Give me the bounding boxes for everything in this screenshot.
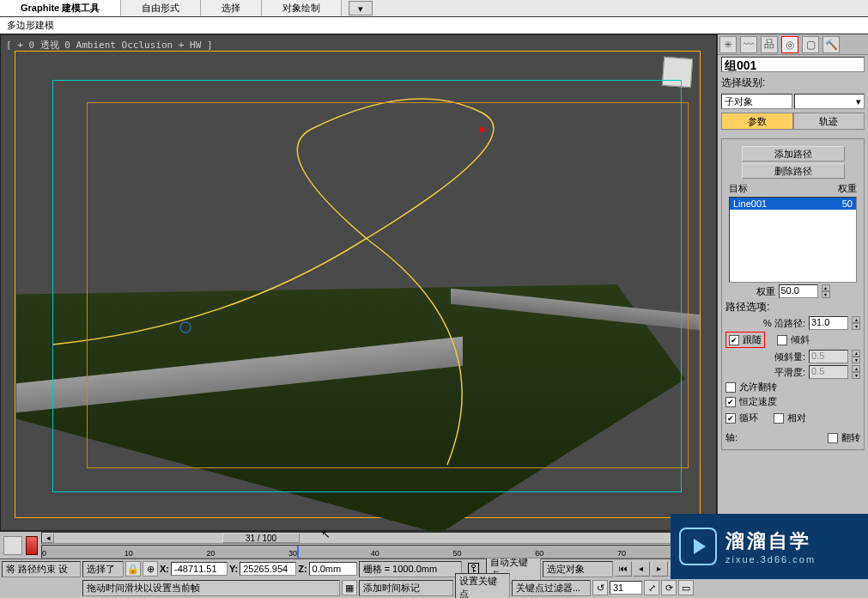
weight-spinner[interactable]: 50.0 bbox=[779, 284, 818, 298]
ribbon-dropdown[interactable]: ▾ bbox=[349, 1, 373, 15]
list-item-weight: 50 bbox=[842, 198, 853, 209]
x-field[interactable]: -48711.51 bbox=[171, 562, 228, 576]
bottom-left-msg: 将 路径约束 设 bbox=[2, 561, 81, 577]
hierarchy-panel-icon[interactable]: 品 bbox=[761, 36, 778, 53]
command-panel: ✳ 〰 品 ◎ ▢ 🔨 组001 选择级别: 子对象 ▾ 参数 轨迹 添加路径 … bbox=[717, 34, 868, 531]
setkey-button[interactable]: 设置关键点 bbox=[455, 573, 510, 598]
target-header: 目标 bbox=[729, 182, 838, 195]
chevron-down-icon: ▾ bbox=[856, 96, 861, 107]
subobj-button[interactable]: 子对象 bbox=[721, 94, 792, 109]
ruler-tick: 10 bbox=[124, 549, 133, 558]
x-label: X: bbox=[160, 564, 169, 574]
const-speed-label: 恒定速度 bbox=[739, 395, 777, 408]
grid-readout: 栅格 = 1000.0mm bbox=[359, 561, 462, 577]
subobj-combo[interactable]: ▾ bbox=[794, 94, 865, 109]
utilities-panel-icon[interactable]: 🔨 bbox=[822, 36, 840, 53]
ruler-tick: 70 bbox=[617, 549, 626, 558]
transport-start[interactable]: ⏮ bbox=[615, 561, 632, 577]
smooth-label: 平滑度: bbox=[774, 366, 805, 379]
list-item[interactable]: Line001 50 bbox=[730, 198, 856, 210]
lock-icon[interactable]: 🔒 bbox=[125, 561, 141, 577]
along-path-spin-buttons[interactable]: ▴▾ bbox=[852, 316, 860, 330]
follow-label: 跟随 bbox=[743, 333, 762, 346]
tab-track[interactable]: 轨迹 bbox=[793, 113, 865, 130]
nav-icon-5[interactable]: ▭ bbox=[678, 580, 694, 595]
time-config-icon[interactable] bbox=[3, 536, 22, 555]
z-label: Z: bbox=[298, 564, 307, 574]
time-slider-left[interactable]: ◂ bbox=[42, 533, 54, 543]
nav-icon-3[interactable]: ⤢ bbox=[644, 580, 659, 595]
modify-panel-icon[interactable]: 〰 bbox=[740, 36, 757, 53]
tab-objectpaint[interactable]: 对象绘制 bbox=[262, 0, 342, 16]
smooth-spin-buttons: ▴▾ bbox=[852, 365, 860, 379]
allow-flip-label: 允许翻转 bbox=[739, 381, 777, 394]
tab-select[interactable]: 选择 bbox=[201, 0, 262, 16]
ruler-tick: 40 bbox=[371, 549, 379, 558]
ruler-tick: 60 bbox=[535, 549, 543, 558]
viewport[interactable]: [ + 0 透视 0 Ambient Occlusion + HW ] bbox=[0, 34, 717, 531]
delete-path-button[interactable]: 删除路径 bbox=[742, 163, 845, 179]
object-name-field[interactable]: 组001 bbox=[721, 57, 865, 72]
path-options-label: 路径选项: bbox=[725, 300, 860, 314]
tilt-checkbox[interactable] bbox=[777, 335, 787, 345]
flip-checkbox[interactable] bbox=[828, 433, 838, 443]
watermark-logo: 溜溜自学 zixue.3d66.com bbox=[671, 514, 868, 579]
display-panel-icon[interactable]: ▢ bbox=[802, 36, 819, 53]
cursor-icon: ↖ bbox=[321, 528, 331, 540]
create-panel-icon[interactable]: ✳ bbox=[719, 36, 737, 53]
selection-count: 选择了 bbox=[82, 561, 124, 577]
coord-toggle-icon[interactable]: ⊕ bbox=[143, 561, 158, 577]
y-field[interactable]: 25265.954 bbox=[240, 562, 296, 576]
ribbon-tabs: Graphite 建模工具 自由形式 选择 对象绘制 ▾ bbox=[0, 0, 868, 17]
ruler-tick: 20 bbox=[206, 549, 215, 558]
along-path-spinner[interactable]: 31.0 bbox=[809, 316, 848, 330]
axis-label: 轴: bbox=[725, 431, 737, 444]
tab-params[interactable]: 参数 bbox=[721, 113, 793, 130]
ruler-tick: 0 bbox=[42, 549, 46, 558]
add-path-button[interactable]: 添加路径 bbox=[742, 146, 845, 162]
allow-flip-checkbox[interactable] bbox=[725, 382, 736, 393]
ruler-tick: 30 bbox=[288, 549, 297, 558]
time-slider-thumb[interactable]: 31 / 100 bbox=[222, 533, 300, 543]
z-field[interactable]: 0.0mm bbox=[309, 562, 357, 576]
tilt-label: 倾斜 bbox=[791, 333, 810, 346]
list-item-name: Line001 bbox=[733, 198, 842, 209]
relative-checkbox[interactable] bbox=[774, 413, 784, 424]
selected-obj-combo[interactable]: 选定对象 bbox=[543, 561, 613, 577]
tilt-amount-spinner: 0.5 bbox=[809, 350, 848, 363]
time-tag-icon[interactable]: ▦ bbox=[342, 580, 357, 595]
weight-header: 权重 bbox=[838, 182, 857, 195]
transport-prev[interactable]: ◂ bbox=[633, 561, 650, 577]
nav-icon-4[interactable]: ⟳ bbox=[661, 580, 677, 595]
key-filter-button[interactable]: 关键点过滤器... bbox=[512, 580, 591, 596]
loop-checkbox[interactable]: ✔ bbox=[725, 413, 736, 424]
motion-panel-icon[interactable]: ◎ bbox=[781, 36, 798, 53]
play-logo-icon bbox=[679, 528, 717, 565]
logo-en: zixue.3d66.com bbox=[725, 554, 816, 564]
hint-text: 拖动时间滑块以设置当前帧 bbox=[82, 580, 340, 596]
along-path-label: % 沿路径: bbox=[763, 317, 805, 330]
ruler-tick: 50 bbox=[453, 549, 462, 558]
select-level-label: 选择级别: bbox=[721, 76, 865, 90]
transport-play[interactable]: ▸ bbox=[651, 561, 668, 577]
add-time-marker[interactable]: 添加时间标记 bbox=[359, 580, 453, 596]
tab-graphite[interactable]: Graphite 建模工具 bbox=[0, 0, 121, 16]
target-listbox[interactable]: Line001 50 bbox=[729, 197, 857, 283]
follow-checkbox-highlight: ✔ 跟随 bbox=[725, 332, 765, 348]
smooth-spinner: 0.5 bbox=[809, 365, 848, 379]
frame-field[interactable]: 31 bbox=[610, 581, 642, 595]
logo-cn: 溜溜自学 bbox=[725, 528, 816, 554]
path-params-group: 添加路径 删除路径 目标 权重 Line001 50 权重 50.0 ▴▾ bbox=[721, 138, 865, 450]
subribbon-polymodel[interactable]: 多边形建模 bbox=[0, 17, 868, 34]
y-label: Y: bbox=[229, 564, 238, 574]
follow-checkbox[interactable]: ✔ bbox=[729, 335, 739, 345]
key-mode-icon[interactable]: ↺ bbox=[592, 580, 608, 595]
relative-label: 相对 bbox=[787, 412, 806, 424]
time-start-marker[interactable] bbox=[26, 536, 38, 555]
tab-freeform[interactable]: 自由形式 bbox=[121, 0, 201, 16]
const-speed-checkbox[interactable]: ✔ bbox=[725, 397, 736, 407]
tilt-amount-spin-buttons: ▴▾ bbox=[852, 350, 860, 363]
viewport-label: [ + 0 透视 0 Ambient Occlusion + HW ] bbox=[6, 39, 213, 52]
loop-label: 循环 bbox=[739, 412, 758, 424]
weight-spin-buttons[interactable]: ▴▾ bbox=[822, 284, 830, 298]
